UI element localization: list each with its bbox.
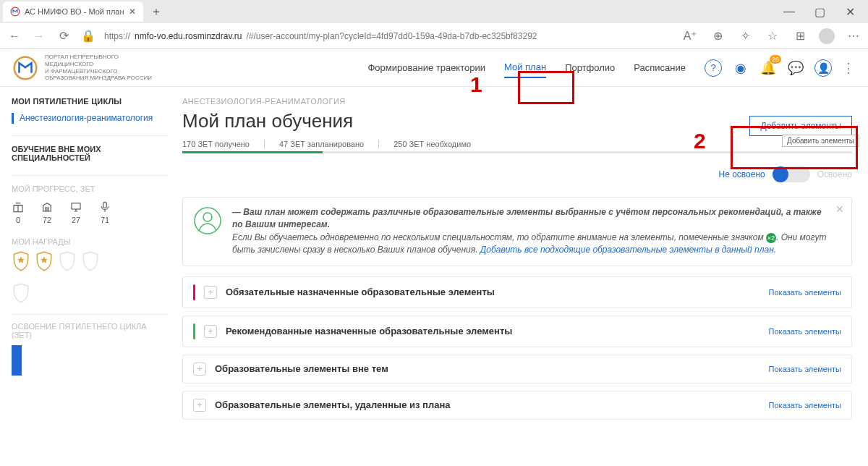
info-text: — Ваш план может содержать различные обр… xyxy=(232,206,830,257)
card-title: Образовательные элементы, удаленные из п… xyxy=(215,399,760,410)
progress-mic[interactable]: 71 xyxy=(98,200,111,224)
tab-close-icon[interactable]: ✕ xyxy=(129,7,136,17)
breadcrumb: АНЕСТЕЗИОЛОГИЯ-РЕАНИМАТОЛОГИЯ xyxy=(182,97,852,106)
nav-schedule[interactable]: Расписание xyxy=(634,58,686,77)
sidebar-cycle-progress-heading: ОСВОЕНИЕ ПЯТИЛЕТНЕГО ЦИКЛА (ЗЕТ) xyxy=(12,322,168,339)
mastered-toggle-row: Не освоено Освоено xyxy=(182,166,852,182)
favorite-add-icon[interactable]: ✧ xyxy=(736,27,754,45)
toggle-label-off: Не освоено xyxy=(719,169,765,179)
nav-my-plan[interactable]: Мой план xyxy=(504,57,546,78)
gift-icon xyxy=(12,200,25,213)
sidebar: МОИ ПЯТИЛЕТНИЕ ЦИКЛЫ Анестезиология-реан… xyxy=(0,87,168,466)
refresh-button[interactable]: ⟳ xyxy=(55,27,72,45)
award-empty-icon xyxy=(58,250,77,272)
content-area: АНЕСТЕЗИОЛОГИЯ-РЕАНИМАТОЛОГИЯ Мой план о… xyxy=(168,87,868,466)
zoom-icon[interactable]: ⊕ xyxy=(709,27,726,45)
site-logo[interactable]: ПОРТАЛ НЕПРЕРЫВНОГО МЕДИЦИНСКОГО И ФАРМА… xyxy=(13,54,152,81)
add-elements-button[interactable]: Добавить элементы xyxy=(749,116,852,136)
progress-bar xyxy=(182,151,852,153)
svg-rect-4 xyxy=(103,202,107,208)
award-empty-icon xyxy=(12,282,30,304)
browser-action-icons: A⁺ ⊕ ✧ ☆ ⊞ ⋯ xyxy=(681,27,862,45)
back-button[interactable]: ← xyxy=(6,27,23,45)
expand-icon[interactable]: + xyxy=(204,325,217,338)
logo-icon xyxy=(13,56,38,80)
zet-received: 170 ЗЕТ получено xyxy=(182,140,265,148)
zet-summary: 170 ЗЕТ получено 47 ЗЕТ запланировано 25… xyxy=(182,140,852,148)
card-outside-topics: + Образовательные элементы вне тем Показ… xyxy=(182,355,852,384)
add-elements-tooltip: Добавить элементы xyxy=(782,135,859,147)
awards-row xyxy=(12,250,168,272)
browser-menu-icon[interactable]: ⋯ xyxy=(845,27,862,45)
forward-button[interactable]: → xyxy=(30,27,48,45)
progress-gift[interactable]: 0 xyxy=(12,200,25,224)
cycle-bar-chart xyxy=(12,345,168,376)
sidebar-cycle-item[interactable]: Анестезиология-реаниматология xyxy=(12,113,168,124)
layout: МОИ ПЯТИЛЕТНИЕ ЦИКЛЫ Анестезиология-реан… xyxy=(0,87,868,466)
bell-icon[interactable]: 🔔26 xyxy=(760,59,777,77)
site-info-icon[interactable]: 🔒 xyxy=(80,27,97,45)
progress-monitor[interactable]: 27 xyxy=(69,200,82,224)
show-elements-link[interactable]: Показать элементы xyxy=(769,288,841,297)
mastered-toggle[interactable] xyxy=(773,166,810,182)
logo-text: ПОРТАЛ НЕПРЕРЫВНОГО МЕДИЦИНСКОГО И ФАРМА… xyxy=(45,54,152,81)
award-gold-icon[interactable] xyxy=(12,250,30,272)
show-elements-link[interactable]: Показать элементы xyxy=(769,327,841,336)
card-recommended: + Рекомендованные назначенные образовате… xyxy=(182,315,852,347)
close-window-button[interactable]: ✕ xyxy=(835,1,865,22)
eye-icon[interactable]: ◉ xyxy=(732,59,749,77)
nav-trajectory[interactable]: Формирование траектории xyxy=(367,58,485,77)
expand-icon[interactable]: + xyxy=(193,363,206,376)
mic-icon xyxy=(98,200,111,213)
collections-icon[interactable]: ⊞ xyxy=(791,27,809,45)
address-bar: ← → ⟳ 🔒 https://nmfo-vo.edu.rosminzdrav.… xyxy=(0,23,868,49)
add-all-link[interactable]: Добавить все подходящие образовательные … xyxy=(480,245,776,255)
notification-badge: 26 xyxy=(770,55,781,64)
award-gold-icon[interactable] xyxy=(35,250,54,272)
zet-required: 250 ЗЕТ необходимо xyxy=(393,140,485,148)
award-empty-icon xyxy=(81,250,100,272)
active-bar xyxy=(12,113,14,124)
browser-tab[interactable]: АС НМИФО ВО - Мой план ✕ xyxy=(3,1,143,22)
building-icon xyxy=(41,200,54,213)
sidebar-outside-heading: ОБУЧЕНИЕ ВНЕ МОИХ СПЕЦИАЛЬНОСТЕЙ xyxy=(12,145,168,162)
card-strip xyxy=(193,323,195,339)
url-field[interactable]: https://nmfo-vo.edu.rosminzdrav.ru/#/use… xyxy=(104,31,674,41)
expand-icon[interactable]: + xyxy=(204,286,217,299)
card-mandatory: + Обязательные назначенные образовательн… xyxy=(182,276,852,308)
help-icon[interactable]: ? xyxy=(705,59,722,77)
minimize-button[interactable]: ― xyxy=(774,1,804,22)
sidebar-cycles-heading: МОИ ПЯТИЛЕТНИЕ ЦИКЛЫ xyxy=(12,97,168,106)
app-header: ПОРТАЛ НЕПРЕРЫВНОГО МЕДИЦИНСКОГО И ФАРМА… xyxy=(0,49,868,87)
url-proto: https:// xyxy=(104,31,130,41)
zet-planned: 47 ЗЕТ запланировано xyxy=(279,140,379,148)
maximize-button[interactable]: ▢ xyxy=(804,1,835,22)
toggle-label-on: Освоено xyxy=(817,169,852,179)
x2-badge-icon: ×2 xyxy=(766,233,776,243)
info-close-icon[interactable]: ✕ xyxy=(835,203,844,215)
app-root: ПОРТАЛ НЕПРЕРЫВНОГО МЕДИЦИНСКОГО И ФАРМА… xyxy=(0,49,868,466)
main-nav: Формирование траектории Мой план Портфол… xyxy=(367,57,686,78)
favorites-icon[interactable]: ☆ xyxy=(764,27,781,45)
header-icons: ? ◉ 🔔26 💬 👤 ⋮ xyxy=(705,59,855,77)
profile-icon[interactable]: 👤 xyxy=(814,59,832,77)
show-elements-link[interactable]: Показать элементы xyxy=(769,365,841,373)
app-menu-icon[interactable]: ⋮ xyxy=(842,60,855,76)
url-host: nmfo-vo.edu.rosminzdrav.ru xyxy=(135,31,242,41)
new-tab-button[interactable]: ＋ xyxy=(148,3,165,20)
expand-icon[interactable]: + xyxy=(193,399,206,412)
info-box: — Ваш план может содержать различные обр… xyxy=(182,197,852,266)
card-title: Обязательные назначенные образовательные… xyxy=(226,287,760,297)
read-aloud-icon[interactable]: A⁺ xyxy=(681,27,699,45)
profile-avatar[interactable] xyxy=(819,28,835,44)
progress-building[interactable]: 72 xyxy=(41,200,54,224)
show-elements-link[interactable]: Показать элементы xyxy=(769,401,841,410)
nav-portfolio[interactable]: Портфолио xyxy=(565,58,615,77)
chat-icon[interactable]: 💬 xyxy=(787,59,804,77)
awards-row-2 xyxy=(12,282,168,304)
card-title: Рекомендованные назначенные образователь… xyxy=(226,326,760,336)
sidebar-cycle-label: Анестезиология-реаниматология xyxy=(20,113,153,124)
sidebar-progress-heading: МОЙ ПРОГРЕСС, ЗЕТ xyxy=(12,185,168,193)
card-strip xyxy=(193,284,195,300)
window-controls: ― ▢ ✕ xyxy=(774,1,865,22)
